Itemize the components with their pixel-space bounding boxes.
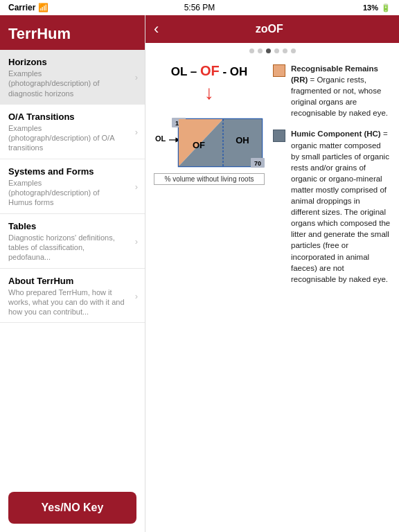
main-panel: ‹ zoOF OL – OF - OH ↓ [145, 15, 399, 532]
diagram-of-highlight: OF [200, 63, 220, 78]
diagram-left: OL – OF - OH ↓ OL 10 [154, 63, 265, 185]
legend-desc-hc: = organic matter composed by small parti… [291, 130, 390, 283]
legend-color-rr [273, 64, 285, 77]
diagram-prefix: OL – [171, 65, 200, 78]
diagram-svg: OL 10 OF [154, 105, 265, 168]
nav-about-subtitle: Who prepared TerrHum, how it works, what… [8, 287, 136, 317]
diagram-title: OL – OF - OH [154, 63, 265, 79]
legend-item-rr: Recognisable Remains (RR) = Organic rest… [273, 63, 391, 118]
back-button[interactable]: ‹ [154, 20, 159, 38]
page-title: zoOF [164, 23, 374, 35]
legend-text-rr: Recognisable Remains (RR) = Organic rest… [291, 63, 391, 118]
diagram-suffix: - OH [220, 65, 248, 78]
nav-oa-subtitle: Examples (photograph/description) of O/A… [8, 123, 136, 153]
sidebar-item-systems-forms[interactable]: Systems and Forms Examples (photograph/d… [0, 159, 145, 214]
dot-2[interactable] [258, 48, 263, 53]
status-battery: 13% 🔋 [363, 3, 391, 12]
nav-tables-title: Tables [8, 221, 136, 231]
status-time: 5:56 PM [184, 3, 215, 12]
wifi-icon: 📶 [38, 3, 48, 12]
nav-horizons-title: Horizons [8, 57, 136, 67]
battery-icon: 🔋 [381, 3, 391, 12]
content-area: OL – OF - OH ↓ OL 10 [145, 56, 399, 532]
dot-6[interactable] [291, 48, 296, 53]
chevron-right-icon: › [135, 181, 138, 191]
sidebar-item-about[interactable]: About TerrHum Who prepared TerrHum, how … [0, 269, 145, 323]
dot-3[interactable] [266, 48, 271, 53]
diagram-section: OL – OF - OH ↓ OL 10 [154, 63, 391, 294]
nav-about-title: About TerrHum [8, 276, 136, 286]
legend-label-hc: Humic Component (HC) [291, 130, 381, 138]
svg-text:OL: OL [155, 134, 166, 143]
yes-no-button[interactable]: Yes/NO Key [8, 492, 136, 524]
chevron-right-icon: › [135, 71, 138, 82]
nav-systems-title: Systems and Forms [8, 166, 136, 177]
sidebar-item-oa-transitions[interactable]: O/A Transitions Examples (photograph/des… [0, 105, 145, 159]
sidebar-item-horizons[interactable]: Horizons Examples (photograph/descriptio… [0, 50, 145, 105]
nav-systems-subtitle: Examples (photograph/description) of Hum… [8, 178, 136, 208]
legend-color-hc [273, 130, 285, 142]
app-container: TerrHum Horizons Examples (photograph/de… [0, 15, 399, 532]
legend-section: Recognisable Remains (RR) = Organic rest… [273, 63, 391, 294]
dot-5[interactable] [283, 48, 287, 53]
carrier-text: Carrier [8, 3, 35, 12]
page-dots [145, 43, 399, 56]
chevron-right-icon: › [135, 236, 138, 246]
chevron-right-icon: › [135, 126, 138, 136]
legend-text-hc: Humic Component (HC) = organic matter co… [291, 128, 391, 284]
status-carrier: Carrier 📶 [8, 3, 48, 12]
sidebar: TerrHum Horizons Examples (photograph/de… [0, 15, 145, 532]
svg-text:OF: OF [193, 140, 205, 150]
svg-text:OH: OH [236, 135, 249, 145]
nav-horizons-subtitle: Examples (photograph/description) of dia… [8, 69, 136, 98]
sidebar-footer: Yes/NO Key [0, 484, 145, 532]
svg-text:70: 70 [254, 160, 261, 167]
status-bar: Carrier 📶 5:56 PM 13% 🔋 [0, 0, 399, 15]
nav-tables-subtitle: Diagnostic horizons' definitions, tables… [8, 233, 136, 263]
dot-1[interactable] [249, 48, 254, 53]
nav-header: ‹ zoOF [145, 15, 399, 43]
app-title: TerrHum [0, 15, 145, 50]
sidebar-nav: Horizons Examples (photograph/descriptio… [0, 50, 145, 484]
battery-percent: 13% [363, 3, 378, 12]
arrow-down-icon: ↓ [154, 83, 265, 103]
dot-4[interactable] [274, 48, 279, 53]
volume-label: % volume without living roots [154, 173, 265, 185]
chevron-right-icon: › [135, 290, 138, 301]
nav-oa-title: O/A Transitions [8, 112, 136, 122]
sidebar-item-tables[interactable]: Tables Diagnostic horizons' definitions,… [0, 214, 145, 269]
legend-item-hc: Humic Component (HC) = organic matter co… [273, 128, 391, 284]
